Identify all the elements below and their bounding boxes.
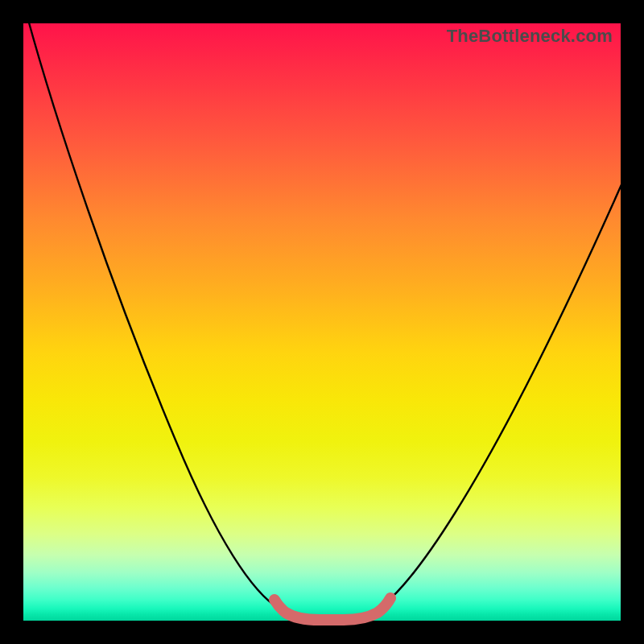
curve-path [27, 17, 629, 619]
bottleneck-curve [23, 23, 621, 621]
optimal-segment [275, 598, 390, 620]
chart-frame: TheBottleneck.com [0, 0, 644, 644]
plot-area: TheBottleneck.com [23, 23, 621, 621]
